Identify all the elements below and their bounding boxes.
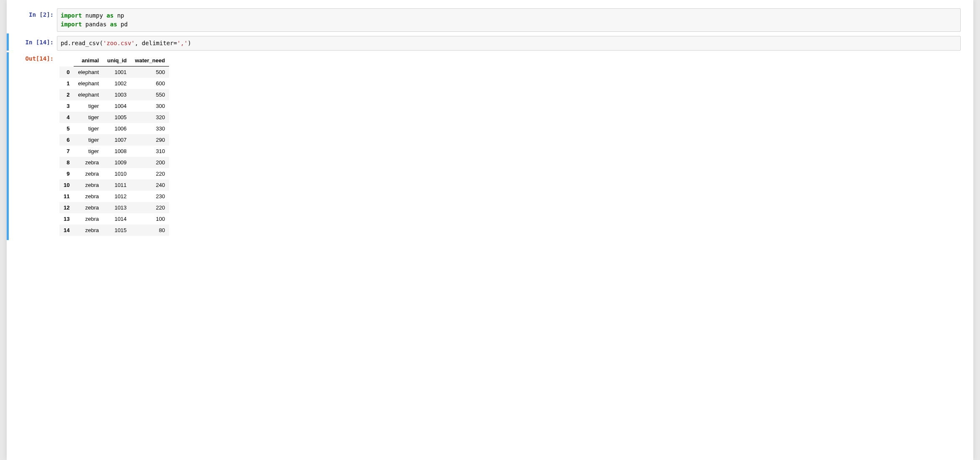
string-literal: 'zoo.csv' — [103, 40, 135, 46]
table-cell: zebra — [74, 202, 103, 213]
input-area: import numpy as np import pandas as pd — [57, 8, 961, 32]
table-cell: 1008 — [103, 146, 131, 157]
table-cell: 330 — [131, 123, 169, 134]
row-index: 7 — [59, 146, 74, 157]
row-index: 10 — [59, 179, 74, 191]
table-cell: tiger — [74, 112, 103, 123]
table-cell: zebra — [74, 191, 103, 202]
table-cell: tiger — [74, 146, 103, 157]
table-row: 9zebra1010220 — [59, 168, 169, 179]
dataframe-table: animal uniq_id water_need 0elephant10015… — [59, 55, 169, 236]
table-cell: 1006 — [103, 123, 131, 134]
table-cell: 1013 — [103, 202, 131, 213]
table-cell: 1015 — [103, 225, 131, 236]
column-header: uniq_id — [103, 55, 131, 66]
table-cell: 1001 — [103, 66, 131, 78]
table-cell: 320 — [131, 112, 169, 123]
table-cell: 1004 — [103, 100, 131, 112]
code-text: pandas — [82, 21, 110, 28]
table-row: 3tiger1004300 — [59, 100, 169, 112]
table-row: 5tiger1006330 — [59, 123, 169, 134]
index-header — [59, 55, 74, 66]
keyword-import: import — [61, 21, 82, 28]
table-cell: tiger — [74, 100, 103, 112]
column-header: water_need — [131, 55, 169, 66]
table-cell: zebra — [74, 225, 103, 236]
code-text: , delimiter= — [135, 40, 177, 46]
table-cell: 220 — [131, 168, 169, 179]
table-cell: 1012 — [103, 191, 131, 202]
code-text: ) — [187, 40, 191, 46]
input-prompt: In [2]: — [7, 8, 57, 32]
table-cell: 1009 — [103, 157, 131, 168]
table-cell: 1002 — [103, 78, 131, 89]
output-area: animal uniq_id water_need 0elephant10015… — [57, 52, 973, 236]
table-cell: zebra — [74, 168, 103, 179]
code-cell-1: In [2]: import numpy as np import pandas… — [7, 8, 973, 32]
table-cell: 550 — [131, 89, 169, 100]
keyword-import: import — [61, 12, 82, 19]
keyword-as: as — [107, 12, 114, 19]
table-cell: zebra — [74, 157, 103, 168]
table-cell: zebra — [74, 179, 103, 191]
table-row: 6tiger1007290 — [59, 134, 169, 146]
table-cell: 100 — [131, 213, 169, 225]
input-prompt: In [14]: — [7, 36, 57, 51]
row-index: 12 — [59, 202, 74, 213]
code-input[interactable]: pd.read_csv('zoo.csv', delimiter=',') — [57, 36, 961, 51]
table-cell: 300 — [131, 100, 169, 112]
code-cell-2: In [14]: pd.read_csv('zoo.csv', delimite… — [7, 33, 973, 51]
table-cell: 200 — [131, 157, 169, 168]
column-header: animal — [74, 55, 103, 66]
output-cell-2: Out[14]: animal uniq_id water_need 0elep… — [7, 52, 973, 240]
table-cell: elephant — [74, 89, 103, 100]
table-row: 7tiger1008310 — [59, 146, 169, 157]
keyword-as: as — [110, 21, 117, 28]
table-cell: elephant — [74, 66, 103, 78]
table-row: 1elephant1002600 — [59, 78, 169, 89]
table-cell: 80 — [131, 225, 169, 236]
table-row: 4tiger1005320 — [59, 112, 169, 123]
row-index: 0 — [59, 66, 74, 78]
table-cell: 1010 — [103, 168, 131, 179]
output-prompt: Out[14]: — [7, 52, 57, 236]
table-cell: elephant — [74, 78, 103, 89]
row-index: 4 — [59, 112, 74, 123]
table-cell: 240 — [131, 179, 169, 191]
table-cell: 600 — [131, 78, 169, 89]
table-row: 13zebra1014100 — [59, 213, 169, 225]
table-cell: tiger — [74, 123, 103, 134]
table-cell: 500 — [131, 66, 169, 78]
notebook-container: In [2]: import numpy as np import pandas… — [7, 0, 973, 460]
row-index: 5 — [59, 123, 74, 134]
table-row: 2elephant1003550 — [59, 89, 169, 100]
row-index: 1 — [59, 78, 74, 89]
table-row: 0elephant1001500 — [59, 66, 169, 78]
row-index: 3 — [59, 100, 74, 112]
table-cell: 310 — [131, 146, 169, 157]
table-cell: 1007 — [103, 134, 131, 146]
table-cell: 290 — [131, 134, 169, 146]
table-row: 11zebra1012230 — [59, 191, 169, 202]
table-cell: 1005 — [103, 112, 131, 123]
row-index: 14 — [59, 225, 74, 236]
code-input[interactable]: import numpy as np import pandas as pd — [57, 8, 961, 32]
table-row: 14zebra101580 — [59, 225, 169, 236]
row-index: 11 — [59, 191, 74, 202]
row-index: 6 — [59, 134, 74, 146]
table-cell: 1014 — [103, 213, 131, 225]
input-area: pd.read_csv('zoo.csv', delimiter=',') — [57, 36, 961, 51]
table-row: 8zebra1009200 — [59, 157, 169, 168]
table-cell: 220 — [131, 202, 169, 213]
table-row: 10zebra1011240 — [59, 179, 169, 191]
table-row: 12zebra1013220 — [59, 202, 169, 213]
table-header-row: animal uniq_id water_need — [59, 55, 169, 66]
table-cell: zebra — [74, 213, 103, 225]
row-index: 8 — [59, 157, 74, 168]
row-index: 13 — [59, 213, 74, 225]
table-cell: 230 — [131, 191, 169, 202]
table-cell: 1011 — [103, 179, 131, 191]
code-text: numpy — [82, 12, 107, 19]
code-text: np — [113, 12, 124, 19]
code-text: pd.read_csv( — [61, 40, 103, 46]
